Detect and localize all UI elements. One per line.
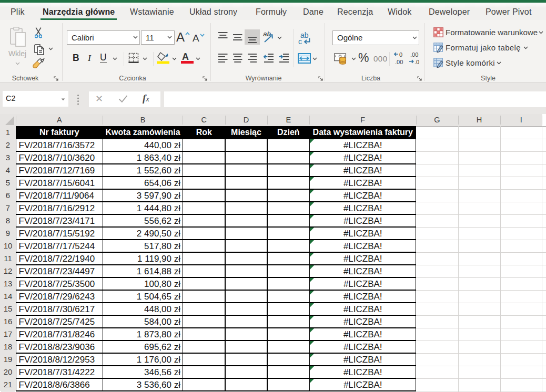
svg-text:.0: .0	[414, 59, 419, 65]
svg-text:.00: .00	[410, 52, 418, 58]
svg-text:.00: .00	[395, 59, 403, 65]
svg-text:0: 0	[399, 52, 402, 58]
